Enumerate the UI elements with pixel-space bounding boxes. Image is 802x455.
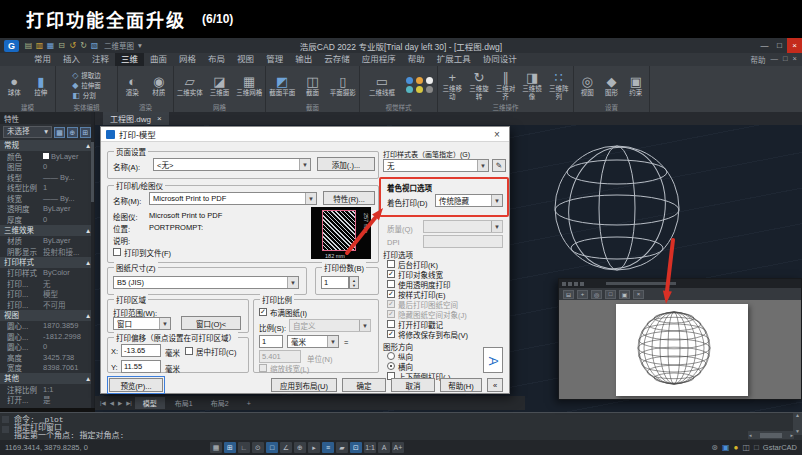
prop-row[interactable]: 透明度ByLayer: [0, 204, 94, 215]
prop-row[interactable]: 打印...不可用: [0, 299, 94, 310]
prop-row[interactable]: 圆心...1870.3859: [0, 321, 94, 332]
app-logo-icon[interactable]: G: [4, 40, 19, 52]
edit-plot-style-button[interactable]: ✎: [492, 159, 506, 172]
save-icon[interactable]: ▦: [45, 41, 56, 50]
scale-unit-dropdown[interactable]: 毫米▼: [287, 335, 339, 348]
tab-manage[interactable]: 管理: [260, 53, 289, 66]
redo-icon[interactable]: ↻: [78, 41, 89, 50]
section-misc[interactable]: 其他▴: [0, 373, 94, 384]
add-page-setup-button[interactable]: 添加(.)...: [317, 157, 375, 171]
tool-constraint[interactable]: ▣约束: [625, 74, 647, 97]
gear-icon[interactable]: ⊛: [711, 443, 718, 452]
print-icon[interactable]: ⊟: [563, 290, 574, 299]
select-objects-icon[interactable]: ⊕: [67, 127, 78, 138]
prev-tab-icon[interactable]: ◀: [109, 400, 115, 406]
tab-view[interactable]: 视图: [231, 53, 260, 66]
selection-cycle-icon[interactable]: ⊡: [350, 442, 362, 453]
page-setup-name-dropdown[interactable]: <无>▼: [153, 158, 311, 171]
monitor-icon[interactable]: ▣: [722, 443, 730, 452]
paper-size-dropdown[interactable]: B5 (JIS)▼: [113, 276, 299, 289]
copies-spinner[interactable]: ▲▼: [349, 276, 359, 289]
prop-row[interactable]: 材质ByLayer: [0, 236, 94, 247]
transparency-icon[interactable]: ▰: [336, 442, 348, 453]
y-offset-input[interactable]: 11.55: [121, 360, 161, 373]
prop-row[interactable]: 厚度0: [0, 214, 94, 225]
prop-row[interactable]: 宽度8398.7061: [0, 363, 94, 374]
plot-style-dropdown[interactable]: 无▼: [383, 159, 489, 172]
option-plot-stamp[interactable]: 打开打印戳记: [387, 319, 443, 329]
tab-layout[interactable]: 布局: [202, 53, 231, 66]
doc-minimize-button[interactable]: —: [771, 54, 779, 65]
tool-3d-array[interactable]: ∷三维阵列: [546, 70, 571, 101]
first-tab-icon[interactable]: |◀: [99, 400, 107, 406]
preview-window-titlebar[interactable]: [559, 279, 801, 288]
cancel-button[interactable]: 取消: [391, 378, 435, 392]
option-save-changes[interactable]: ✓将修改保存到布局(V): [387, 329, 468, 339]
tool-render[interactable]: ◐渲染: [120, 74, 145, 97]
tool-3d-face[interactable]: ◪三维面: [206, 74, 234, 97]
ok-button[interactable]: 确定: [342, 378, 386, 392]
tool-3d-mirror[interactable]: ◨三维镜像: [520, 70, 545, 101]
tool-3d-mesh[interactable]: ▦三维网格: [235, 74, 263, 97]
restore-button[interactable]: □: [772, 38, 787, 53]
tab-insert[interactable]: 插入: [57, 53, 86, 66]
horizontal-scrollbar[interactable]: ◂▸: [748, 431, 794, 439]
section-view[interactable]: 视图▴: [0, 310, 94, 321]
prop-row[interactable]: 打印...无: [0, 278, 94, 289]
angle-icon[interactable]: ∠: [280, 442, 292, 453]
bulb-icon[interactable]: ●: [734, 443, 739, 452]
otrack-icon[interactable]: ⊕: [294, 442, 306, 453]
osnap-icon[interactable]: □: [266, 442, 278, 453]
fullscreen-icon[interactable]: □: [754, 443, 759, 452]
tab-layout2[interactable]: 布局2: [203, 397, 237, 409]
undo-icon[interactable]: ↺: [67, 41, 78, 50]
polar-icon[interactable]: ⊙: [252, 442, 264, 453]
tool-3d-align[interactable]: ∥三维对齐: [493, 70, 518, 101]
scale-unit-input[interactable]: 1: [259, 335, 283, 348]
tab-annotate[interactable]: 注释: [86, 53, 115, 66]
portrait-radio[interactable]: 纵向: [387, 351, 413, 361]
grid-icon[interactable]: ▦: [210, 442, 222, 453]
lineweight-icon[interactable]: ≡: [322, 442, 334, 453]
tab-help[interactable]: 帮助: [402, 53, 431, 66]
printer-name-dropdown[interactable]: Microsoft Print to PDF▼: [149, 192, 317, 205]
window-button[interactable]: 窗口(O)<: [181, 316, 241, 330]
selection-dropdown[interactable]: 未选择▾: [3, 126, 52, 138]
zoom-icon[interactable]: ◎: [591, 290, 602, 299]
tab-surface[interactable]: 曲面: [144, 53, 173, 66]
minimize-button[interactable]: —: [757, 38, 772, 53]
workspace-selector[interactable]: 二维草图: [104, 40, 134, 51]
plot-icon[interactable]: ⊟: [56, 41, 67, 50]
tool-2d-wireframe[interactable]: ▭二维线框: [363, 74, 401, 97]
fit-to-paper-checkbox[interactable]: ✓布满图纸(I): [259, 307, 307, 317]
tab-mesh[interactable]: 网格: [173, 53, 202, 66]
tool-section[interactable]: ◫截面: [298, 74, 326, 97]
section-general[interactable]: 常规▴: [0, 140, 94, 151]
prop-row[interactable]: 阴影显示投射和接...: [0, 246, 94, 257]
tab-express[interactable]: 扩展工具: [431, 53, 477, 66]
command-prompt[interactable]: 指定第一个角点: 指定对角点:: [14, 431, 124, 440]
tool-extrude[interactable]: ▮拉伸: [29, 74, 54, 97]
tab-layout1[interactable]: 布局1: [167, 397, 201, 409]
open-folder-icon[interactable]: ▥: [34, 41, 45, 50]
tool-materials[interactable]: ◉材质: [147, 74, 172, 97]
dialog-titlebar[interactable]: 打印-模型 ×: [101, 127, 509, 142]
tool-extrude-face[interactable]: ◆拉伸面: [72, 81, 101, 90]
shade-plot-dropdown[interactable]: 传统隐藏▼: [435, 194, 503, 207]
option-background-plot[interactable]: 后台打印(K): [387, 259, 438, 269]
option-plot-transparency[interactable]: 使用透明度打印: [387, 279, 451, 289]
document-tab[interactable]: 工程图.dwg ×: [103, 112, 169, 125]
printer-properties-button[interactable]: 特性(R)...: [323, 191, 375, 205]
tool-3d-move[interactable]: +三维移动: [440, 70, 465, 101]
tab-home[interactable]: 常用: [28, 53, 57, 66]
section-3d-effects[interactable]: 三维效果▴: [0, 225, 94, 236]
help-button[interactable]: 帮助(H): [440, 378, 482, 392]
clipboard-icon[interactable]: ◫: [742, 443, 750, 452]
tool-flatshot[interactable]: ▯平面摄影: [329, 74, 357, 97]
command-line-panel[interactable]: 命令: _plot 指定打印窗口 指定第一个角点: 指定对角点: ▲▼: [0, 412, 802, 440]
dyninput-icon[interactable]: ▸: [308, 442, 320, 453]
tool-section-plane[interactable]: ◩截面平面: [268, 74, 296, 97]
zoom-scale-icon[interactable]: ▣: [619, 290, 630, 299]
tool-2d-solid[interactable]: ▱二维实体: [176, 74, 204, 97]
doc-close-button[interactable]: ×: [793, 54, 797, 65]
